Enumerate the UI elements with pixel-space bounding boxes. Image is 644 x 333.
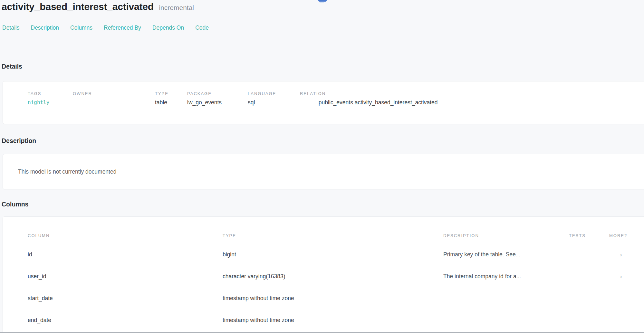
field-relation: RELATION .public_events.activity_based_i… [300,91,644,106]
cell-column-description: The internal company id for a... [443,273,569,280]
description-card: This model is not currently documented [3,154,644,189]
details-section-heading: Details [2,62,22,71]
table-row[interactable]: user_id character varying(16383) The int… [28,265,644,287]
field-label-language: LANGUAGE [248,91,300,96]
expand-row-chevron-icon[interactable]: › [609,251,641,258]
cell-column-name: user_id [28,273,223,280]
model-header: activity_based_interest_activated increm… [2,1,194,12]
nav-item-description[interactable]: Description [31,24,59,31]
field-label-package: PACKAGE [187,91,248,96]
nav-item-referenced-by[interactable]: Referenced By [104,24,141,31]
field-owner: OWNER [73,91,155,106]
description-text: This model is not currently documented [3,154,644,175]
col-header-more: MORE? [609,233,641,238]
details-card: TAGS nightly OWNER TYPE table PACKAGE lw… [3,81,644,124]
col-header-type: TYPE [223,233,443,238]
field-type: TYPE table [155,91,187,106]
table-row[interactable]: start_date timestamp without time zone [28,287,644,309]
columns-table: COLUMN TYPE DESCRIPTION TESTS MORE? id b… [3,217,644,331]
cell-column-description: Primary key of the table. See... [443,251,569,258]
cell-column-type: character varying(16383) [223,273,443,280]
cell-column-type: bigint [223,251,443,258]
nav-item-columns[interactable]: Columns [70,24,92,31]
tag-nightly[interactable]: nightly [28,99,73,105]
page-title: activity_based_interest_activated [2,1,154,12]
expand-row-chevron-icon[interactable]: › [609,273,641,280]
columns-table-header: COLUMN TYPE DESCRIPTION TESTS MORE? [28,233,644,238]
col-header-tests: TESTS [569,233,609,238]
field-package: PACKAGE lw_go_events [187,91,248,106]
cell-column-type: timestamp without time zone [223,295,443,302]
col-header-description: DESCRIPTION [443,233,569,238]
columns-section-heading: Columns [2,200,28,208]
field-label-relation: RELATION [300,91,644,96]
field-label-type: TYPE [155,91,187,96]
field-value-type: table [155,99,187,106]
details-fields: TAGS nightly OWNER TYPE table PACKAGE lw… [3,81,644,106]
nav-item-details[interactable]: Details [2,24,20,31]
header-divider [0,47,644,47]
cell-column-name: start_date [28,295,223,302]
field-value-language: sql [248,99,300,106]
nav-item-code[interactable]: Code [195,24,209,31]
columns-card: COLUMN TYPE DESCRIPTION TESTS MORE? id b… [3,216,644,333]
cell-column-name: id [28,251,223,258]
cut-off-top-button-shadow [320,2,324,3]
materialization-badge: incremental [159,4,194,11]
field-label-tags: TAGS [28,91,73,96]
cell-column-type: timestamp without time zone [223,317,443,324]
nav-item-depends-on[interactable]: Depends On [152,24,184,31]
field-value-relation: .public_events.activity_based_interest_a… [300,99,644,106]
field-label-owner: OWNER [73,91,155,96]
description-section-heading: Description [2,137,36,145]
cell-column-name: end_date [28,317,223,324]
cut-off-top-button[interactable] [318,0,327,2]
field-language: LANGUAGE sql [248,91,300,106]
table-row[interactable]: end_date timestamp without time zone [28,309,644,331]
field-tags: TAGS nightly [28,91,73,106]
table-row[interactable]: id bigint Primary key of the table. See.… [28,243,644,265]
field-value-package: lw_go_events [187,99,248,106]
col-header-column: COLUMN [28,233,223,238]
section-nav: Details Description Columns Referenced B… [2,24,209,31]
